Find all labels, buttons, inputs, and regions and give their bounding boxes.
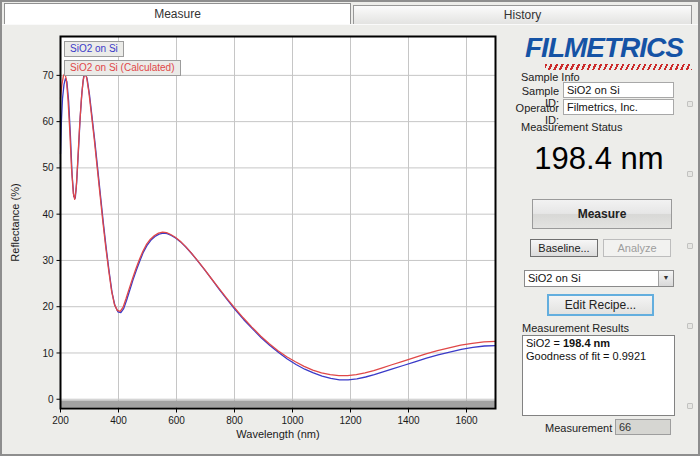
thickness-readout: 198.4 nm <box>507 141 691 177</box>
measurement-results-box: SiO2 = 198.4 nm Goodness of fit = 0.9921 <box>522 335 675 416</box>
svg-text:1200: 1200 <box>339 415 362 426</box>
svg-text:200: 200 <box>52 415 69 426</box>
panel-grip <box>687 323 693 329</box>
filmetrics-logo: FILMETRICS <box>515 34 693 62</box>
chart-canvas: 2004006008001000120014001600010203040506… <box>2 25 507 455</box>
svg-text:0: 0 <box>48 394 54 405</box>
panel-grip <box>687 171 693 177</box>
measurement-results-title: Measurement Results <box>522 322 629 334</box>
measurement-number-input[interactable] <box>615 419 671 435</box>
panel-grip <box>687 243 693 249</box>
svg-text:40: 40 <box>42 209 54 220</box>
svg-text:70: 70 <box>42 70 54 81</box>
svg-text:50: 50 <box>42 162 54 173</box>
svg-text:10: 10 <box>42 348 54 359</box>
svg-text:400: 400 <box>110 415 127 426</box>
legend-item-measured: SiO2 on Si <box>64 41 124 57</box>
svg-text:800: 800 <box>226 415 243 426</box>
svg-text:1400: 1400 <box>397 415 420 426</box>
svg-text:Wavelength (nm): Wavelength (nm) <box>236 428 319 440</box>
operator-id-input[interactable] <box>563 99 674 115</box>
svg-text:1600: 1600 <box>455 415 478 426</box>
measure-tab-content: 2004006008001000120014001600010203040506… <box>2 24 698 454</box>
edit-recipe-button[interactable]: Edit Recipe... <box>547 294 654 316</box>
analyze-button[interactable]: Analyze <box>603 239 671 257</box>
logo-hatch-stripes <box>545 64 692 70</box>
recipe-selected-value: SiO2 on Si <box>528 272 581 284</box>
svg-text:30: 30 <box>42 255 54 266</box>
tab-measure[interactable]: Measure <box>4 3 351 24</box>
svg-text:60: 60 <box>42 116 54 127</box>
measurement-number-label: Measurement # <box>545 422 621 434</box>
svg-text:600: 600 <box>168 415 185 426</box>
sample-id-input[interactable] <box>563 82 674 98</box>
svg-text:1000: 1000 <box>281 415 304 426</box>
chart-legend: SiO2 on Si SiO2 on Si (Calculated) <box>64 41 181 79</box>
measurement-status-title: Measurement Status <box>521 121 623 133</box>
control-panel: FILMETRICS Sample Info Sample ID: Operat… <box>507 25 698 455</box>
svg-text:20: 20 <box>42 301 54 312</box>
legend-item-calculated: SiO2 on Si (Calculated) <box>64 60 181 76</box>
recipe-select[interactable]: SiO2 on Si ▼ <box>524 270 674 287</box>
result-line-thickness: SiO2 = 198.4 nm <box>526 337 671 350</box>
measure-button[interactable]: Measure <box>532 199 672 229</box>
result-thickness-value: 198.4 nm <box>563 337 610 349</box>
result-line-gof: Goodness of fit = 0.9921 <box>526 350 671 363</box>
baseline-button[interactable]: Baseline... <box>530 239 598 257</box>
svg-text:Reflectance (%): Reflectance (%) <box>9 183 21 261</box>
app-window: Measure History 200400600800100012001400… <box>0 0 700 456</box>
reflectance-chart: 2004006008001000120014001600010203040506… <box>2 25 507 455</box>
chevron-down-icon[interactable]: ▼ <box>658 271 673 286</box>
panel-grip <box>687 403 693 409</box>
panel-grip <box>687 101 693 107</box>
tab-history[interactable]: History <box>353 5 692 24</box>
